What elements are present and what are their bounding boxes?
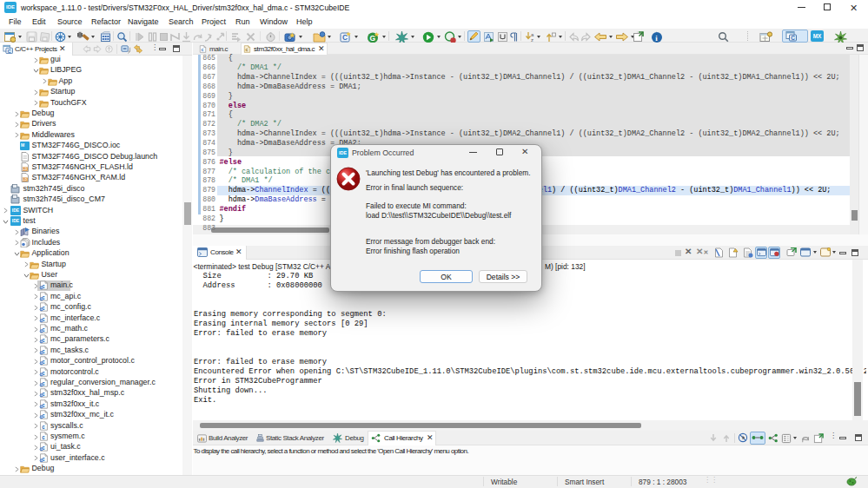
svg-text:LD: LD xyxy=(23,179,27,182)
svg-text:C: C xyxy=(8,49,11,54)
svg-text:c: c xyxy=(246,47,248,52)
svg-text:LD: LD xyxy=(23,168,27,171)
svg-text:G: G xyxy=(370,34,376,43)
svg-text:C: C xyxy=(342,33,348,42)
svg-text:C: C xyxy=(791,35,795,41)
